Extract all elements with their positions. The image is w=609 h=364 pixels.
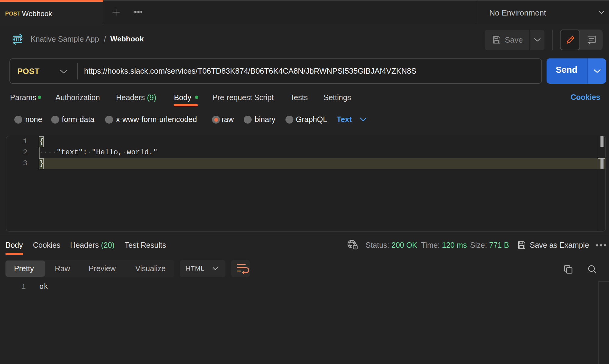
svg-text:HTTP: HTTP — [12, 36, 23, 43]
